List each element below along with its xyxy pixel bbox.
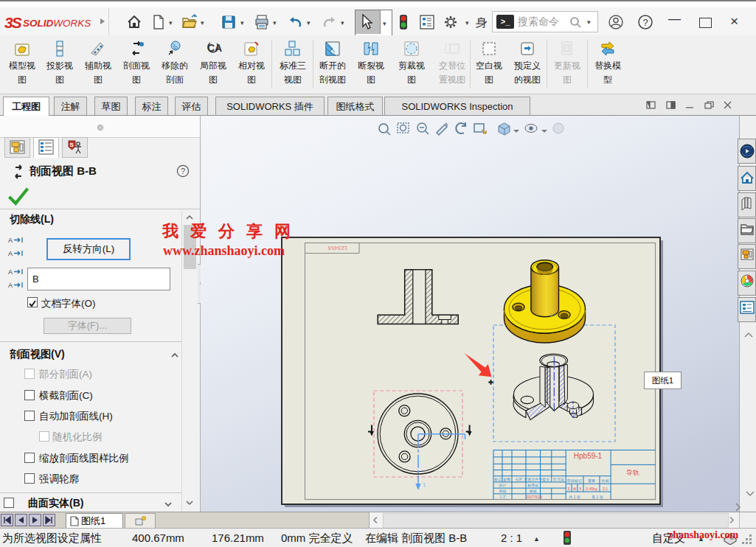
svg-text:?: ? [181, 167, 185, 175]
svg-text:SOLIDWORKS: SOLIDWORKS [23, 18, 91, 29]
svg-text:处数: 处数 [504, 477, 511, 482]
svg-text:2:1: 2:1 [603, 487, 608, 491]
svg-text:比例: 比例 [602, 478, 609, 484]
svg-text:A: A [8, 282, 13, 289]
svg-text:A: A [8, 237, 13, 244]
svg-text:1: 1 [423, 481, 426, 488]
svg-text:标准化: 标准化 [527, 483, 538, 488]
svg-text:0.45kg: 0.45kg [586, 487, 597, 491]
svg-text:重量: 重量 [588, 478, 595, 483]
svg-text:标记: 标记 [493, 477, 502, 482]
svg-text:导轨: 导轨 [626, 469, 639, 476]
svg-text:年月日: 年月日 [553, 477, 564, 482]
svg-text:Hpb59-1: Hpb59-1 [574, 452, 603, 460]
svg-text:分区: 分区 [516, 477, 523, 481]
svg-text:签名: 签名 [542, 477, 549, 482]
svg-text:S: S [70, 142, 74, 148]
svg-text:校核: 校核 [529, 489, 537, 493]
svg-text:工艺: 工艺 [499, 495, 507, 499]
svg-text:设计: 设计 [499, 483, 507, 487]
svg-text:A: A [8, 268, 13, 276]
svg-text:1-1: 1-1 [549, 313, 556, 317]
svg-text:更改文件号: 更改文件号 [524, 477, 542, 481]
svg-text:3S: 3S [4, 14, 22, 31]
svg-text:2007/5/13: 2007/5/13 [526, 495, 542, 499]
svg-text:阶段标记: 阶段标记 [567, 478, 582, 484]
svg-text:A: A [8, 250, 13, 257]
svg-text:第 1 张: 第 1 张 [592, 495, 603, 500]
svg-text:审核: 审核 [499, 489, 507, 493]
svg-text:W: W [573, 487, 577, 491]
svg-text:共 1 张: 共 1 张 [569, 495, 580, 500]
svg-text:?: ? [642, 17, 648, 28]
svg-text:身: 身 [476, 16, 488, 29]
